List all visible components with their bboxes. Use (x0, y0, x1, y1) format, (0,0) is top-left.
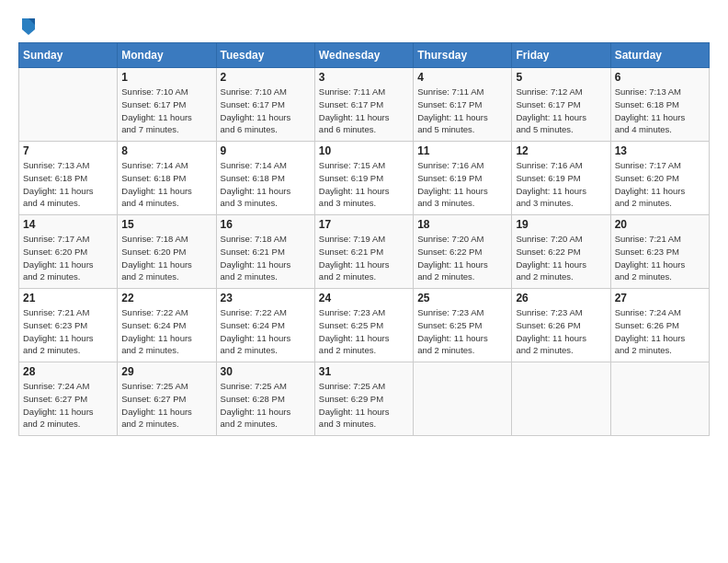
logo (18, 17, 37, 37)
calendar-cell: 28Sunrise: 7:24 AMSunset: 6:27 PMDayligh… (19, 362, 118, 436)
day-info: Sunrise: 7:14 AMSunset: 6:18 PMDaylight:… (121, 159, 211, 210)
day-number: 13 (615, 144, 705, 157)
day-number: 27 (615, 292, 705, 304)
day-number: 1 (121, 71, 211, 84)
calendar-cell (512, 362, 610, 436)
week-row-4: 21Sunrise: 7:21 AMSunset: 6:23 PMDayligh… (19, 289, 710, 362)
calendar-cell: 17Sunrise: 7:19 AMSunset: 6:21 PMDayligh… (314, 215, 413, 289)
calendar-cell: 8Sunrise: 7:14 AMSunset: 6:18 PMDaylight… (118, 142, 216, 215)
calendar-cell (414, 362, 512, 436)
day-number: 18 (417, 218, 507, 231)
calendar-cell: 31Sunrise: 7:25 AMSunset: 6:29 PMDayligh… (314, 362, 413, 436)
header-row: SundayMondayTuesdayWednesdayThursdayFrid… (19, 43, 710, 68)
calendar-cell (610, 362, 709, 436)
day-header-friday: Friday (512, 43, 610, 68)
calendar-cell: 9Sunrise: 7:14 AMSunset: 6:18 PMDaylight… (216, 142, 314, 215)
day-info: Sunrise: 7:12 AMSunset: 6:17 PMDaylight:… (516, 86, 606, 136)
day-number: 10 (319, 144, 409, 157)
day-info: Sunrise: 7:17 AMSunset: 6:20 PMDaylight:… (23, 233, 113, 283)
day-info: Sunrise: 7:23 AMSunset: 6:25 PMDaylight:… (319, 306, 409, 357)
day-info: Sunrise: 7:23 AMSunset: 6:26 PMDaylight:… (516, 306, 606, 357)
day-header-thursday: Thursday (414, 43, 512, 68)
calendar-cell: 19Sunrise: 7:20 AMSunset: 6:22 PMDayligh… (512, 215, 610, 289)
day-number: 22 (121, 292, 211, 304)
day-number: 5 (516, 71, 606, 84)
day-number: 20 (615, 218, 705, 231)
calendar-cell: 21Sunrise: 7:21 AMSunset: 6:23 PMDayligh… (19, 289, 118, 362)
calendar-cell: 12Sunrise: 7:16 AMSunset: 6:19 PMDayligh… (512, 142, 610, 215)
calendar-cell: 7Sunrise: 7:13 AMSunset: 6:18 PMDaylight… (19, 142, 118, 215)
day-number: 24 (319, 292, 409, 304)
day-number: 23 (221, 292, 311, 304)
day-info: Sunrise: 7:25 AMSunset: 6:29 PMDaylight:… (319, 380, 409, 431)
day-header-sunday: Sunday (19, 43, 118, 68)
calendar-cell: 25Sunrise: 7:23 AMSunset: 6:25 PMDayligh… (414, 289, 512, 362)
calendar-cell: 22Sunrise: 7:22 AMSunset: 6:24 PMDayligh… (118, 289, 216, 362)
calendar-cell (19, 68, 118, 142)
calendar-cell: 10Sunrise: 7:15 AMSunset: 6:19 PMDayligh… (314, 142, 413, 215)
day-info: Sunrise: 7:10 AMSunset: 6:17 PMDaylight:… (221, 86, 311, 136)
day-info: Sunrise: 7:20 AMSunset: 6:22 PMDaylight:… (516, 233, 606, 283)
day-number: 28 (23, 365, 113, 378)
day-header-tuesday: Tuesday (216, 43, 314, 68)
day-number: 3 (319, 71, 409, 84)
week-row-3: 14Sunrise: 7:17 AMSunset: 6:20 PMDayligh… (19, 215, 710, 289)
day-number: 9 (221, 144, 311, 157)
calendar-cell: 13Sunrise: 7:17 AMSunset: 6:20 PMDayligh… (610, 142, 709, 215)
day-number: 12 (516, 144, 606, 157)
calendar-cell: 30Sunrise: 7:25 AMSunset: 6:28 PMDayligh… (216, 362, 314, 436)
day-info: Sunrise: 7:13 AMSunset: 6:18 PMDaylight:… (23, 159, 113, 210)
day-info: Sunrise: 7:23 AMSunset: 6:25 PMDaylight:… (417, 306, 507, 357)
calendar-cell: 6Sunrise: 7:13 AMSunset: 6:18 PMDaylight… (610, 68, 709, 142)
calendar-cell: 3Sunrise: 7:11 AMSunset: 6:17 PMDaylight… (314, 68, 413, 142)
calendar-cell: 24Sunrise: 7:23 AMSunset: 6:25 PMDayligh… (314, 289, 413, 362)
calendar-container: SundayMondayTuesdayWednesdayThursdayFrid… (0, 0, 728, 563)
day-info: Sunrise: 7:22 AMSunset: 6:24 PMDaylight:… (121, 306, 211, 357)
calendar-cell: 5Sunrise: 7:12 AMSunset: 6:17 PMDaylight… (512, 68, 610, 142)
day-info: Sunrise: 7:22 AMSunset: 6:24 PMDaylight:… (221, 306, 311, 357)
calendar-cell: 20Sunrise: 7:21 AMSunset: 6:23 PMDayligh… (610, 215, 709, 289)
calendar-cell: 2Sunrise: 7:10 AMSunset: 6:17 PMDaylight… (216, 68, 314, 142)
calendar-cell: 18Sunrise: 7:20 AMSunset: 6:22 PMDayligh… (414, 215, 512, 289)
calendar-cell: 4Sunrise: 7:11 AMSunset: 6:17 PMDaylight… (414, 68, 512, 142)
calendar-cell: 1Sunrise: 7:10 AMSunset: 6:17 PMDaylight… (118, 68, 216, 142)
day-info: Sunrise: 7:15 AMSunset: 6:19 PMDaylight:… (319, 159, 409, 210)
day-number: 6 (615, 71, 705, 84)
day-number: 19 (516, 218, 606, 231)
day-header-saturday: Saturday (610, 43, 709, 68)
day-number: 11 (417, 144, 507, 157)
day-number: 31 (319, 365, 409, 378)
day-info: Sunrise: 7:14 AMSunset: 6:18 PMDaylight:… (221, 159, 311, 210)
day-number: 21 (23, 292, 113, 304)
calendar-cell: 16Sunrise: 7:18 AMSunset: 6:21 PMDayligh… (216, 215, 314, 289)
calendar-cell: 15Sunrise: 7:18 AMSunset: 6:20 PMDayligh… (118, 215, 216, 289)
day-info: Sunrise: 7:25 AMSunset: 6:28 PMDaylight:… (221, 380, 311, 431)
day-number: 15 (121, 218, 211, 231)
day-header-monday: Monday (118, 43, 216, 68)
calendar-cell: 27Sunrise: 7:24 AMSunset: 6:26 PMDayligh… (610, 289, 709, 362)
day-info: Sunrise: 7:13 AMSunset: 6:18 PMDaylight:… (615, 86, 705, 136)
week-row-2: 7Sunrise: 7:13 AMSunset: 6:18 PMDaylight… (19, 142, 710, 215)
calendar-table: SundayMondayTuesdayWednesdayThursdayFrid… (18, 42, 710, 436)
day-info: Sunrise: 7:25 AMSunset: 6:27 PMDaylight:… (121, 380, 211, 431)
day-info: Sunrise: 7:18 AMSunset: 6:21 PMDaylight:… (221, 233, 311, 283)
day-info: Sunrise: 7:16 AMSunset: 6:19 PMDaylight:… (516, 159, 606, 210)
day-number: 8 (121, 144, 211, 157)
day-number: 2 (221, 71, 311, 84)
day-info: Sunrise: 7:11 AMSunset: 6:17 PMDaylight:… (319, 86, 409, 136)
day-number: 26 (516, 292, 606, 304)
day-info: Sunrise: 7:20 AMSunset: 6:22 PMDaylight:… (417, 233, 507, 283)
day-info: Sunrise: 7:24 AMSunset: 6:27 PMDaylight:… (23, 380, 113, 431)
day-number: 7 (23, 144, 113, 157)
day-info: Sunrise: 7:21 AMSunset: 6:23 PMDaylight:… (615, 233, 705, 283)
day-info: Sunrise: 7:11 AMSunset: 6:17 PMDaylight:… (417, 86, 507, 136)
day-number: 17 (319, 218, 409, 231)
day-number: 16 (221, 218, 311, 231)
calendar-header (18, 17, 710, 37)
day-number: 30 (221, 365, 311, 378)
day-info: Sunrise: 7:17 AMSunset: 6:20 PMDaylight:… (615, 159, 705, 210)
day-info: Sunrise: 7:21 AMSunset: 6:23 PMDaylight:… (23, 306, 113, 357)
day-info: Sunrise: 7:24 AMSunset: 6:26 PMDaylight:… (615, 306, 705, 357)
calendar-cell: 23Sunrise: 7:22 AMSunset: 6:24 PMDayligh… (216, 289, 314, 362)
calendar-cell: 26Sunrise: 7:23 AMSunset: 6:26 PMDayligh… (512, 289, 610, 362)
